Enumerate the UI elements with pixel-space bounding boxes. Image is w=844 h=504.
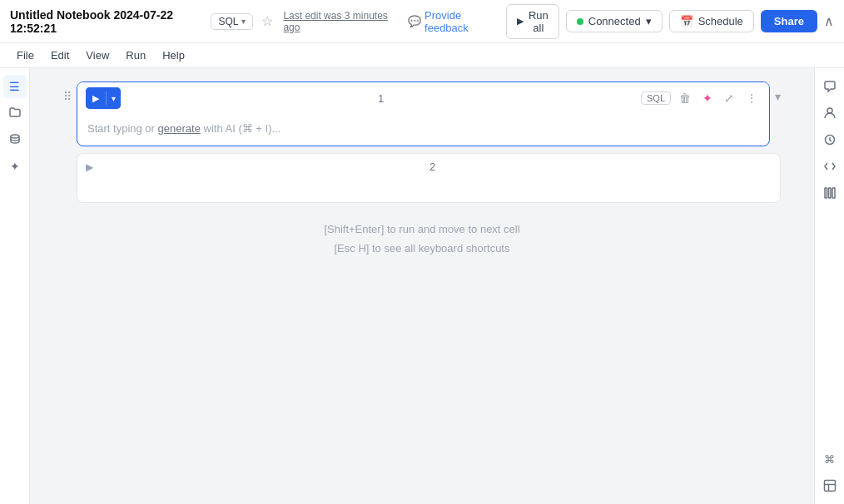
notebook-sidebar-icon: ☰ (9, 80, 20, 93)
right-sidebar-user[interactable] (818, 101, 842, 125)
user-icon (823, 106, 837, 120)
schedule-label: Schedule (698, 15, 743, 27)
svg-rect-6 (824, 481, 835, 492)
svg-point-1 (827, 108, 832, 113)
cell-2-play-icon[interactable]: ▶ (86, 161, 93, 173)
connected-status-dot (577, 18, 583, 25)
svg-rect-5 (832, 188, 835, 198)
left-sidebar: ☰ ✦ (0, 68, 30, 504)
cell-drag-handle-1[interactable]: ⠿ (63, 82, 72, 103)
cell-1-collapse-icon[interactable]: ▾ (775, 82, 781, 103)
notebook-area: ⠿ ▶ ▾ 1 SQL 🗑 ✦ ⤢ ⋮ Sta (30, 68, 814, 504)
menu-file[interactable]: File (10, 47, 41, 63)
right-sidebar-history[interactable] (818, 128, 842, 151)
comment-icon (823, 80, 837, 93)
cell-1-sql-badge: SQL (641, 91, 671, 105)
hint-line-2: [Esc H] to see all keyboard shortcuts (63, 239, 781, 258)
right-sidebar: ⌘ (814, 68, 844, 504)
last-edit-label: Last edit was 3 minutes ago (283, 10, 396, 33)
connected-chevron: ▾ (646, 15, 652, 27)
sidebar-item-folder[interactable] (3, 101, 27, 125)
database-sidebar-icon (8, 132, 22, 148)
main-layout: ☰ ✦ ⠿ ▶ ▾ (0, 68, 844, 504)
menu-bar: File Edit View Run Help (0, 43, 844, 68)
cell-2-header: ▶ 2 (77, 154, 780, 180)
keyboard-shortcut-icon: ⌘ (824, 453, 835, 466)
right-sidebar-keyboard[interactable]: ⌘ (818, 447, 842, 471)
sidebar-item-database[interactable] (3, 128, 27, 151)
run-button-group-1[interactable]: ▶ ▾ (86, 87, 121, 109)
sidebar-item-notebook[interactable]: ☰ (3, 75, 27, 98)
cell-1[interactable]: ▶ ▾ 1 SQL 🗑 ✦ ⤢ ⋮ Start typing or genera… (77, 82, 770, 146)
toolbar-right: ▶ Run all Connected ▾ 📅 Schedule Share ∧ (506, 4, 834, 39)
sparkle-sidebar-icon: ✦ (10, 160, 20, 173)
menu-help[interactable]: Help (156, 47, 191, 63)
cell-1-expand-icon[interactable]: ⤢ (721, 90, 737, 106)
cell-2-number: 2 (93, 161, 772, 173)
cell-2[interactable]: ▶ 2 (77, 153, 781, 203)
share-label: Share (774, 15, 804, 27)
title-bar: Untitled Notebook 2024-07-22 12:52:21 SQ… (0, 0, 844, 43)
code-icon (823, 160, 837, 173)
folder-sidebar-icon (8, 106, 22, 121)
feedback-icon: 💬 (408, 15, 421, 27)
cell-1-delete-icon[interactable]: 🗑 (676, 90, 694, 106)
star-icon[interactable]: ☆ (261, 13, 273, 29)
cell-1-body[interactable]: Start typing or generate with AI (⌘ + I)… (77, 114, 769, 146)
feedback-button[interactable]: 💬 Provide feedback (408, 9, 499, 34)
right-sidebar-bottom: ⌘ (818, 447, 842, 497)
connected-button[interactable]: Connected ▾ (566, 10, 663, 32)
svg-rect-3 (825, 188, 827, 198)
connected-label: Connected (588, 15, 641, 27)
cell-1-header: ▶ ▾ 1 SQL 🗑 ✦ ⤢ ⋮ (77, 82, 769, 114)
sql-label: SQL (218, 16, 238, 27)
schedule-calendar-icon: 📅 (680, 15, 693, 27)
run-all-label: Run all (529, 9, 549, 34)
right-sidebar-library[interactable] (818, 181, 842, 205)
feedback-label: Provide feedback (424, 9, 499, 34)
share-button[interactable]: Share (761, 10, 817, 32)
cell-1-sparkle-icon[interactable]: ✦ (699, 90, 716, 106)
run-all-button[interactable]: ▶ Run all (506, 4, 559, 39)
menu-view[interactable]: View (79, 47, 116, 63)
schedule-button[interactable]: 📅 Schedule (669, 10, 754, 32)
collapse-icon: ∧ (824, 14, 834, 28)
cell-1-more-icon[interactable]: ⋮ (742, 90, 761, 106)
svg-rect-4 (828, 188, 831, 198)
sql-chevron: ▾ (241, 17, 246, 26)
hint-line-1: [Shift+Enter] to run and move to next ce… (63, 220, 781, 239)
sql-badge[interactable]: SQL ▾ (211, 13, 253, 30)
run-cell-1-button[interactable]: ▶ (86, 87, 106, 109)
run-cell-1-dropdown[interactable]: ▾ (107, 87, 121, 109)
run-all-play-icon: ▶ (517, 16, 524, 27)
cell-wrapper-1: ⠿ ▶ ▾ 1 SQL 🗑 ✦ ⤢ ⋮ Sta (63, 82, 781, 146)
svg-point-0 (11, 135, 19, 138)
cell-1-placeholder: Start typing or generate with AI (⌘ + I)… (87, 122, 281, 135)
layout-icon (823, 479, 837, 492)
library-icon (823, 186, 837, 200)
cell-wrapper-2: ⠿ ▶ 2 (63, 153, 781, 203)
history-icon (823, 133, 837, 146)
menu-edit[interactable]: Edit (44, 47, 76, 63)
right-sidebar-comment[interactable] (818, 75, 842, 98)
right-sidebar-code[interactable] (818, 155, 842, 178)
generate-link[interactable]: generate (158, 122, 201, 135)
notebook-title: Untitled Notebook 2024-07-22 12:52:21 (10, 8, 204, 35)
collapse-button[interactable]: ∧ (824, 13, 834, 29)
menu-run[interactable]: Run (119, 47, 152, 63)
sidebar-item-sparkle[interactable]: ✦ (3, 155, 27, 178)
right-sidebar-layout[interactable] (818, 474, 842, 497)
cell-1-number: 1 (126, 92, 636, 105)
hints-area: [Shift+Enter] to run and move to next ce… (63, 220, 781, 259)
